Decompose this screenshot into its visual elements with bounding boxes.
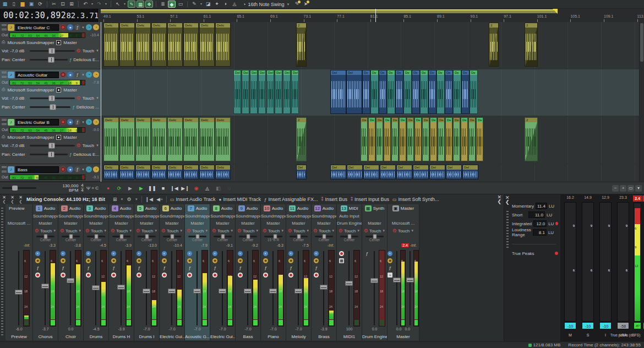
audio-clip[interactable]: Delic xyxy=(215,23,231,67)
view-grid-button[interactable]: ⊞ xyxy=(113,197,117,202)
strip-pan-slider[interactable]: Center xyxy=(109,235,134,243)
strip-bus-button[interactable]: Master xyxy=(362,220,387,227)
fx-button[interactable]: ƒ xyxy=(388,265,392,270)
pan-handle[interactable] xyxy=(170,234,174,239)
clip-header[interactable]: De xyxy=(369,118,375,122)
clip-header[interactable]: De xyxy=(470,70,477,75)
close-icon[interactable]: ✕ xyxy=(10,195,14,199)
clip-header[interactable]: Del xyxy=(347,165,362,170)
fx-button[interactable]: ƒ xyxy=(314,265,319,270)
pan-handle[interactable] xyxy=(69,234,73,239)
track-fx-button[interactable]: Delicious E... xyxy=(73,152,99,157)
clip-header[interactable]: Delic xyxy=(168,23,182,28)
strip-fader[interactable] xyxy=(118,250,124,327)
strip-device-button[interactable]: Soundmapper xyxy=(210,213,235,220)
audio-clip[interactable]: Del xyxy=(346,70,362,114)
mute-button[interactable]: ● xyxy=(67,24,73,30)
clip-header[interactable]: Delic xyxy=(120,165,134,170)
automation-gear-icon[interactable]: ⚙ xyxy=(77,143,81,148)
audio-clip[interactable]: Del xyxy=(446,165,462,180)
audio-clip[interactable]: De xyxy=(391,117,399,161)
track-output-meter[interactable]: 81726354453627189 xyxy=(9,127,85,133)
phase-button[interactable]: ◐ xyxy=(162,251,167,256)
automation-mode-button[interactable]: Touch xyxy=(83,96,94,101)
input-device-button[interactable]: Microsoft Soundmapper xyxy=(7,40,54,45)
insert-midi-track-button[interactable]: ●Insert MIDI Track xyxy=(219,197,261,202)
paint-tool-icon[interactable]: ❖ xyxy=(145,1,153,8)
pan-handle[interactable] xyxy=(94,234,98,239)
phase-button[interactable]: ◐ xyxy=(212,251,217,256)
clip-header[interactable]: De xyxy=(454,118,460,122)
phase-button[interactable]: ◔ xyxy=(86,72,92,78)
strip-bus-button[interactable]: Master xyxy=(160,220,184,227)
strip-bus-button[interactable]: Master xyxy=(185,220,210,227)
timestretch-tool-icon[interactable]: ▭ xyxy=(177,1,184,8)
strip-name-label[interactable]: Piano xyxy=(261,333,286,340)
strip-automation-button[interactable]: ⚙Touch▼ xyxy=(362,227,387,235)
chevron-down-icon[interactable]: ▼ xyxy=(121,198,124,201)
channel-strip[interactable]: 8AudioSoundmapperMaster⚙Touch▼Center-9.1… xyxy=(210,204,236,340)
audio-clip[interactable]: Delic xyxy=(199,117,215,161)
strip-device-button[interactable]: Soundmapper xyxy=(312,213,336,220)
clip-header[interactable]: Del xyxy=(331,70,346,75)
gain-button[interactable]: ◉ xyxy=(388,258,392,263)
strip-name-label[interactable]: Bass xyxy=(236,333,260,340)
audio-clip[interactable]: Delic xyxy=(183,165,199,180)
audio-clip[interactable]: De xyxy=(461,117,468,161)
app-icon[interactable]: ▦ xyxy=(1,1,9,8)
strip-bus-button[interactable]: Microsoft ... xyxy=(6,220,32,227)
record-arm-button[interactable] xyxy=(35,273,40,278)
audio-clip[interactable]: De xyxy=(399,117,406,161)
strip-name-label[interactable]: Drums H xyxy=(109,333,134,340)
fader-handle[interactable] xyxy=(244,289,252,293)
audio-clip[interactable]: Del xyxy=(296,165,307,180)
clip-header[interactable]: Del xyxy=(397,165,412,170)
clip-header[interactable]: De xyxy=(461,118,467,122)
audio-clip[interactable]: De xyxy=(420,70,428,114)
clip-header[interactable]: Delic xyxy=(136,165,150,170)
audio-clip[interactable]: Delic xyxy=(135,117,151,161)
audio-clip[interactable]: Del xyxy=(347,165,363,180)
audio-clip[interactable]: Delic xyxy=(199,165,215,180)
strip-fader[interactable] xyxy=(42,250,48,327)
record-arm-button[interactable] xyxy=(86,273,91,278)
track-lane[interactable]: DelicDelicDelicDelicDelicDelicDelicDelic… xyxy=(101,164,644,181)
clip-header[interactable]: De xyxy=(421,70,428,75)
audio-clip[interactable]: Delic xyxy=(103,23,119,67)
pan-handle[interactable] xyxy=(50,104,56,110)
clip-header[interactable]: Delic xyxy=(136,118,150,122)
strip-device-button[interactable]: Soundmapper xyxy=(261,213,286,220)
paint-clip-icon[interactable]: ✎ xyxy=(293,1,301,8)
strip-automation-button[interactable]: ⚙Touch▼ xyxy=(160,227,184,235)
track-header[interactable]: ♪Electric Guitar C●ƒ▼◔◔Out81726354453627… xyxy=(0,22,101,69)
strip-automation-button[interactable]: ⚙Touch▼ xyxy=(337,227,362,235)
record-arm-button[interactable] xyxy=(60,119,66,125)
channel-strip[interactable]: 12AudioSoundmapperMaster⚙Touch▼Center-In… xyxy=(312,204,337,340)
audio-clip[interactable]: Delic xyxy=(151,23,167,67)
redo-icon[interactable]: ↷ xyxy=(95,1,103,8)
audio-clip[interactable]: De xyxy=(453,117,460,161)
channel-strip[interactable]: ▣MasterMicrosoft ...⚙Touch▼2.4 -Inf.◐◉ƒ⌁… xyxy=(388,204,419,340)
fx-button[interactable]: ƒ xyxy=(86,265,91,270)
audio-clip[interactable]: De xyxy=(453,70,461,114)
save-icon[interactable]: ▣ xyxy=(28,1,35,8)
input-device-button[interactable]: Microsoft Soundmapper xyxy=(7,88,54,93)
clip-header[interactable]: Del xyxy=(250,70,257,75)
phase-button[interactable]: ◔ xyxy=(86,119,92,125)
erase-tool-icon[interactable]: ◆ xyxy=(168,1,176,8)
clip-header[interactable]: De xyxy=(388,70,395,75)
strip-pan-slider[interactable]: Center xyxy=(160,235,184,243)
audio-clip[interactable]: Del xyxy=(258,70,266,114)
audio-clip[interactable]: 2 xyxy=(296,117,307,161)
strip-fader[interactable] xyxy=(407,250,412,327)
clip-header[interactable]: De xyxy=(430,118,436,122)
strip-automation-button[interactable]: ⚙Touch▼ xyxy=(134,227,159,235)
fx-button[interactable]: ƒ xyxy=(35,265,40,270)
strip-name-label[interactable]: Choir xyxy=(58,333,83,340)
strip-automation-button[interactable]: ⚙Touch▼ xyxy=(286,227,311,235)
pan-handle[interactable] xyxy=(119,234,123,239)
timeline-vertical-scrollbar[interactable] xyxy=(639,22,644,182)
strip-bus-button[interactable]: Master xyxy=(261,220,286,227)
undo-menu-icon[interactable]: ▾ xyxy=(90,1,94,8)
clip-header[interactable]: Delic xyxy=(200,23,214,28)
